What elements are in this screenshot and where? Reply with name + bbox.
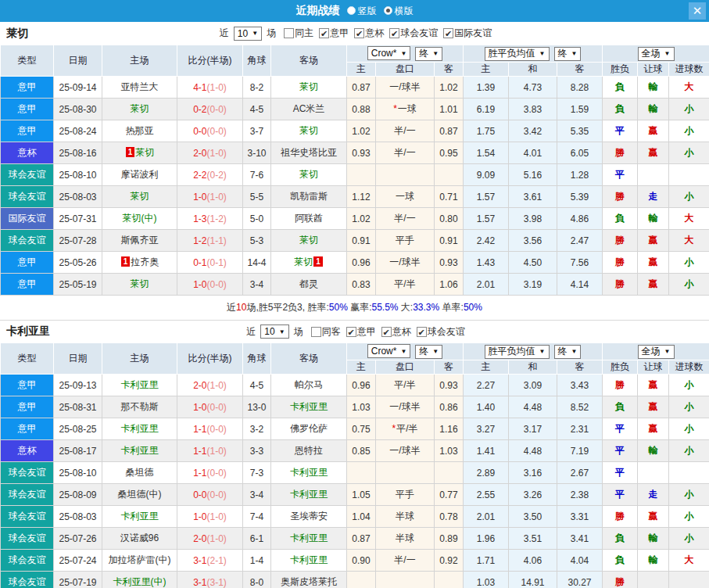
chevron-down-icon: ▼	[571, 50, 578, 57]
full-time-score: 0-2	[193, 104, 206, 115]
team-link[interactable]: 莱切	[299, 81, 318, 92]
scope-select[interactable]: 全场▼	[638, 47, 675, 61]
team-link[interactable]: 阿联酋	[295, 213, 323, 224]
odds-away-cell: 0.91	[435, 230, 464, 252]
team-link[interactable]: 莱切	[299, 169, 318, 180]
odds-source-select[interactable]: Crow*▼	[367, 344, 411, 358]
away-team-cell: 奥斯皮塔莱托	[271, 572, 347, 588]
filter-checkbox[interactable]: ✔	[417, 327, 427, 337]
filter-checkbox[interactable]: ✔	[319, 28, 329, 38]
filter-checkbox[interactable]	[284, 28, 294, 38]
filter-checkbox[interactable]: ✔	[381, 327, 392, 337]
team-link[interactable]: 卡利亚里	[290, 467, 328, 478]
select-value: 胜平负均值	[489, 47, 535, 60]
close-button[interactable]: ✕	[689, 2, 706, 20]
team-link[interactable]: 加拉塔萨雷(中)	[109, 554, 171, 565]
column-header: 比分(半场)	[177, 45, 243, 77]
select-value: 全场	[642, 47, 661, 60]
team-link[interactable]: 卡利亚里	[121, 423, 159, 434]
match-count-select[interactable]: 10▼	[260, 324, 288, 339]
team-link[interactable]: 莱切	[131, 278, 149, 289]
corner-cell: 3-2	[243, 418, 271, 440]
avg-away-cell: 7.19	[557, 440, 603, 462]
team-link[interactable]: 莱切1	[294, 256, 324, 267]
avg-source-select[interactable]: 终▼	[554, 47, 582, 61]
handicap-cell: 半/一	[376, 142, 435, 164]
handicap-cell: *平/半	[376, 418, 435, 440]
handicap-result-cell: 贏	[638, 252, 669, 274]
team-link[interactable]: 凯勒雷斯	[290, 191, 328, 202]
team-link[interactable]: 佛罗伦萨	[290, 423, 328, 434]
team-link[interactable]: 卡利亚里	[290, 554, 328, 565]
column-header: 角球	[243, 343, 271, 375]
filter-checkbox[interactable]	[311, 327, 321, 337]
team-link[interactable]: 汉诺威96	[120, 532, 159, 543]
team-link[interactable]: 摩诺波利	[121, 169, 159, 180]
filter-checkbox[interactable]: ✔	[354, 28, 364, 38]
match-row: 意甲25-09-14亚特兰大4-1(1-0)8-2莱切0.87一/球半1.021…	[1, 77, 709, 99]
odds-source-select[interactable]: 终▼	[415, 345, 442, 359]
odds-source-select[interactable]: Crow*▼	[367, 46, 411, 60]
date-cell: 25-09-13	[54, 375, 102, 396]
team-link[interactable]: 祖华史塔比亚	[281, 147, 337, 158]
team-link[interactable]: 卡利亚里	[290, 532, 328, 543]
goals-result-cell: 大	[669, 550, 709, 572]
away-team-cell: 莱切	[271, 164, 347, 186]
filter-checkbox[interactable]: ✔	[346, 327, 356, 337]
team-link[interactable]: 热那亚	[126, 125, 154, 136]
team-link[interactable]: 都灵	[299, 278, 318, 289]
score-cell: 0-1(0-1)	[177, 252, 243, 274]
team-link[interactable]: 奥斯皮塔莱托	[281, 576, 337, 587]
odds-source-select[interactable]: 终▼	[415, 47, 442, 61]
layout-radio-label[interactable]: 横版	[395, 5, 414, 16]
full-time-score: 1-0	[193, 192, 206, 203]
match-row: 球会友谊25-08-10摩诺波利2-2(0-2)7-6莱切9.095.161.2…	[1, 164, 709, 186]
team-link[interactable]: 卡利亚里(中)	[113, 576, 167, 587]
filter-checkbox[interactable]: ✔	[389, 28, 399, 38]
team-link[interactable]: 桑坦德	[126, 467, 154, 478]
team-link[interactable]: 恩特拉	[295, 445, 323, 456]
team-link[interactable]: AC米兰	[293, 103, 325, 114]
layout-radio[interactable]	[384, 6, 392, 15]
avg-source-select[interactable]: 胜平负均值▼	[485, 345, 550, 359]
half-time-score: (1-0)	[207, 533, 227, 544]
goals-result-cell: 小	[669, 99, 709, 120]
avg-group-header: 胜平负均值▼终▼	[464, 343, 603, 360]
layout-radio[interactable]	[347, 6, 356, 15]
team-link[interactable]: 帕尔马	[295, 379, 323, 390]
team-link[interactable]: 卡利亚里	[121, 445, 159, 456]
team-link[interactable]: 卡利亚里	[121, 511, 159, 522]
match-count-select[interactable]: 10▼	[234, 27, 262, 41]
team-link[interactable]: 卡利亚里	[121, 379, 159, 390]
team-link[interactable]: 斯佩齐亚	[121, 235, 159, 246]
avg-source-select[interactable]: 胜平负均值▼	[485, 47, 550, 61]
team-link[interactable]: 卡利亚里	[290, 489, 328, 500]
odds-away-cell: 0.95	[435, 142, 464, 164]
filter-checkbox[interactable]: ✔	[443, 28, 453, 38]
full-time-score: 1-1	[193, 424, 206, 435]
team-link[interactable]: 圣埃蒂安	[290, 511, 328, 522]
team-link[interactable]: 卡利亚里	[290, 401, 328, 412]
team-link[interactable]: 1莱切	[125, 147, 155, 158]
team-link[interactable]: 莱切	[299, 235, 318, 246]
match-row: 球会友谊25-08-03卡利亚里1-0(1-0)7-4圣埃蒂安1.04半球0.7…	[1, 506, 709, 528]
avg-away-cell: 5.35	[557, 120, 603, 142]
layout-radio-label[interactable]: 竖版	[358, 5, 377, 16]
team-link[interactable]: 莱切	[299, 125, 318, 136]
scope-select[interactable]: 全场▼	[638, 345, 675, 359]
away-team-cell: 卡利亚里	[271, 484, 347, 506]
team-link[interactable]: 莱切	[131, 191, 149, 202]
handicap-cell: 一/球半	[376, 396, 435, 418]
team-link[interactable]: 莱切(中)	[123, 213, 157, 224]
avg-away-cell: 5.39	[557, 186, 603, 208]
avg-source-select[interactable]: 终▼	[554, 345, 582, 359]
team-link[interactable]: 桑坦德(中)	[118, 489, 162, 500]
match-row: 球会友谊25-08-09桑坦德(中)0-0(0-0)3-4卡利亚里1.05平手0…	[1, 484, 709, 506]
team-link[interactable]: 1拉齐奥	[120, 256, 159, 267]
team-link[interactable]: 那不勒斯	[121, 401, 159, 412]
team-link[interactable]: 亚特兰大	[121, 81, 159, 92]
avg-draw-cell: 3.83	[509, 99, 557, 120]
team-link[interactable]: 莱切	[131, 103, 149, 114]
avg-away-cell: 8.28	[557, 77, 603, 99]
match-row: 意甲25-05-19莱切1-0(0-0)3-4都灵0.83平/半1.062.01…	[1, 274, 709, 296]
